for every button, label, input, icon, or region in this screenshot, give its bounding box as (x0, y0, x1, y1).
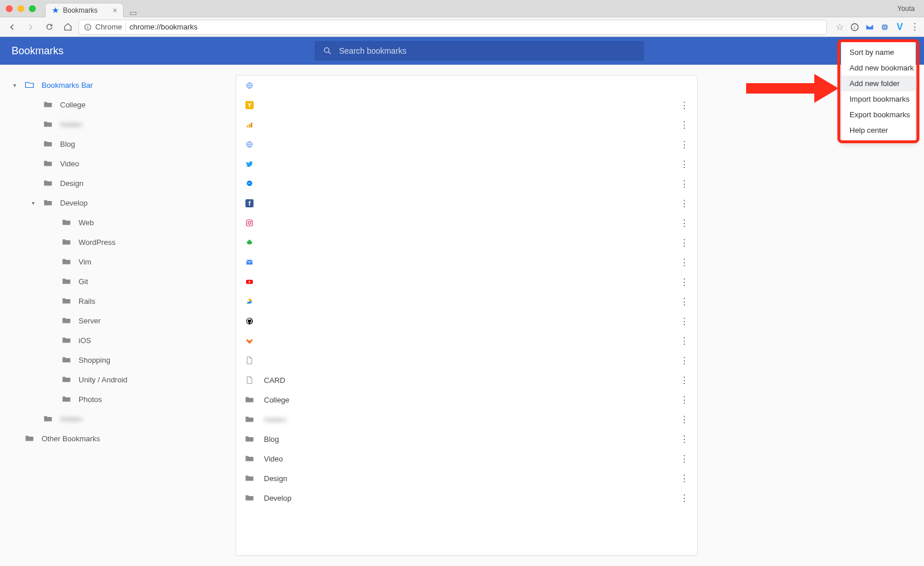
bookmark-row[interactable]: hidden⋮ (236, 409, 697, 429)
profile-label[interactable]: Youta (897, 5, 918, 13)
chevron-down-icon[interactable]: ▾ (12, 82, 17, 88)
minimize-window-button[interactable] (17, 5, 24, 12)
bookmark-row[interactable]: ⋮ (236, 311, 697, 331)
tree-label: Server (79, 316, 100, 325)
bookmark-row[interactable]: ⋮ (236, 292, 697, 311)
tree-folder[interactable]: hidden (0, 114, 236, 134)
close-window-button[interactable] (6, 5, 13, 12)
folder-tree: ▾ Bookmarks Bar CollegehiddenBlogVideoDe… (0, 65, 236, 566)
bookmark-row[interactable]: Develop⋮ (236, 488, 697, 508)
bookmark-row[interactable]: ⋮ (236, 252, 697, 272)
bookmarks-list-panel: Y⋮⋮⋮⋮⋮f⋮⋮⋮⋮⋮⋮⋮⋮⋮CARD⋮College⋮hidden⋮Blog… (236, 65, 924, 566)
more-actions-icon[interactable]: ⋮ (680, 434, 689, 445)
browser-menu-icon[interactable]: ⋮ (910, 23, 919, 32)
tree-label: Git (79, 277, 88, 286)
tree-folder[interactable]: Vim (0, 252, 236, 271)
bookmark-row[interactable]: ⋮ (236, 233, 697, 252)
tree-folder[interactable]: ▾Develop (0, 193, 236, 213)
more-actions-icon[interactable]: ⋮ (680, 414, 689, 425)
bookmark-row[interactable]: CARD⋮ (236, 370, 697, 390)
close-tab-icon[interactable]: × (113, 6, 117, 15)
reload-button[interactable] (42, 20, 57, 35)
tree-folder[interactable]: iOS (0, 330, 236, 350)
extension-inbox-icon[interactable] (865, 23, 874, 32)
tree-folder[interactable]: Blog (0, 134, 236, 154)
more-actions-icon[interactable]: ⋮ (680, 296, 689, 307)
search-bookmarks-box[interactable] (315, 41, 644, 61)
svg-rect-2 (87, 27, 88, 29)
menu-item[interactable]: Add new folder (841, 76, 915, 91)
maximize-window-button[interactable] (29, 5, 36, 12)
more-actions-icon[interactable]: ⋮ (680, 473, 689, 484)
tree-folder[interactable]: hidden (0, 409, 236, 429)
more-actions-icon[interactable]: ⋮ (680, 355, 689, 366)
home-button[interactable] (60, 20, 75, 35)
more-actions-icon[interactable]: ⋮ (680, 100, 689, 111)
extension-v-icon[interactable]: V (895, 23, 904, 32)
tree-other-bookmarks[interactable]: Other Bookmarks (0, 429, 236, 448)
tree-folder[interactable]: Git (0, 271, 236, 291)
more-actions-icon[interactable]: ⋮ (680, 237, 689, 248)
extension-info-icon[interactable]: i (850, 23, 859, 32)
more-actions-icon[interactable]: ⋮ (680, 198, 689, 209)
bookmark-row[interactable]: ⋮ (236, 135, 697, 154)
tree-folder[interactable]: Shopping (0, 350, 236, 370)
tree-folder[interactable]: Video (0, 154, 236, 173)
bookmark-row[interactable]: College⋮ (236, 390, 697, 409)
bookmark-row[interactable]: ⋮ (236, 331, 697, 351)
bookmark-row[interactable] (236, 76, 697, 95)
more-actions-icon[interactable]: ⋮ (680, 336, 689, 347)
folder-icon (244, 434, 255, 444)
tree-folder[interactable]: College (0, 95, 236, 114)
forward-button[interactable] (23, 20, 38, 35)
bookmark-row[interactable]: Blog⋮ (236, 429, 697, 449)
browser-tab[interactable]: Bookmarks × (45, 3, 124, 17)
site-info-icon[interactable] (84, 23, 92, 31)
more-actions-icon[interactable]: ⋮ (680, 178, 689, 189)
tree-folder[interactable]: Photos (0, 389, 236, 409)
more-actions-icon[interactable]: ⋮ (680, 277, 689, 288)
bookmark-page-icon[interactable]: ☆ (835, 23, 844, 32)
more-actions-icon[interactable]: ⋮ (680, 218, 689, 229)
tree-folder[interactable]: WordPress (0, 232, 236, 252)
inbox-icon (244, 257, 255, 267)
bookmark-row[interactable]: ⋮ (236, 115, 697, 135)
bookmark-row[interactable]: ⋮ (236, 272, 697, 292)
new-tab-button[interactable]: ▭ (127, 8, 139, 17)
back-button[interactable] (5, 20, 20, 35)
chevron-down-icon[interactable]: ▾ (30, 200, 36, 206)
folder-icon (61, 355, 72, 365)
tree-folder[interactable]: Unity / Android (0, 370, 236, 389)
more-actions-icon[interactable]: ⋮ (680, 159, 689, 170)
menu-item[interactable]: Export bookmarks (841, 107, 915, 122)
menu-item[interactable]: Sort by name (841, 44, 915, 60)
extension-translate-icon[interactable] (880, 23, 889, 32)
more-actions-icon[interactable]: ⋮ (680, 493, 689, 504)
more-actions-icon[interactable]: ⋮ (680, 257, 689, 268)
omnibox[interactable]: Chrome chrome://bookmarks (79, 20, 827, 35)
bookmark-row[interactable]: ⋮ (236, 174, 697, 193)
more-actions-icon[interactable]: ⋮ (680, 139, 689, 150)
more-actions-icon[interactable]: ⋮ (680, 453, 689, 464)
bookmark-row[interactable]: ⋮ (236, 351, 697, 370)
menu-item[interactable]: Import bookmarks (841, 91, 915, 107)
more-actions-icon[interactable]: ⋮ (680, 394, 689, 405)
more-actions-icon[interactable]: ⋮ (680, 375, 689, 386)
bookmark-row[interactable]: Video⋮ (236, 449, 697, 468)
bookmark-row[interactable]: ⋮ (236, 213, 697, 233)
tree-folder[interactable]: Web (0, 213, 236, 232)
tree-folder[interactable]: Design (0, 173, 236, 193)
menu-item[interactable]: Help center (841, 122, 915, 138)
bookmark-row[interactable]: f⋮ (236, 193, 697, 213)
search-input[interactable] (339, 46, 636, 55)
bookmark-row[interactable]: Y⋮ (236, 95, 697, 115)
bookmark-row[interactable]: ⋮ (236, 154, 697, 174)
tree-folder[interactable]: Server (0, 311, 236, 330)
tree-root-bookmarks-bar[interactable]: ▾ Bookmarks Bar (0, 75, 236, 95)
folder-icon (43, 158, 53, 169)
more-actions-icon[interactable]: ⋮ (680, 120, 689, 131)
more-actions-icon[interactable]: ⋮ (680, 316, 689, 327)
tree-folder[interactable]: Rails (0, 291, 236, 311)
bookmark-row[interactable]: Design⋮ (236, 468, 697, 488)
menu-item[interactable]: Add new bookmark (841, 60, 915, 76)
